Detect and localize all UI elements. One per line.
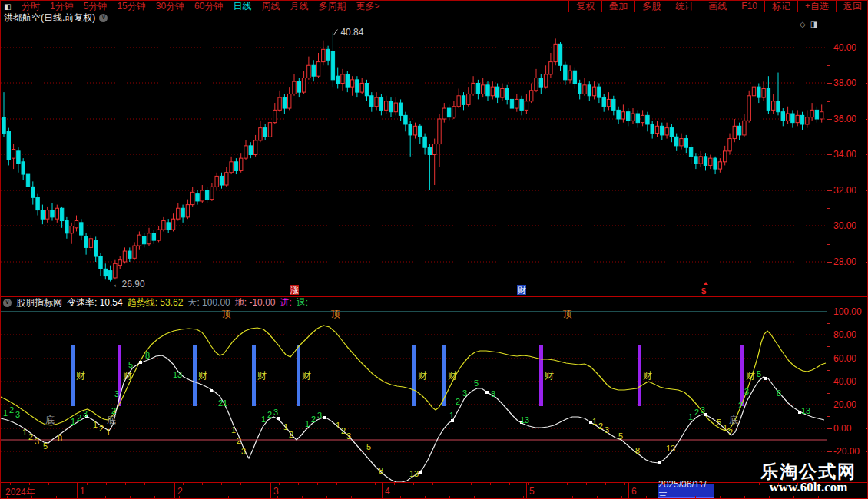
candle-body <box>293 81 296 94</box>
signal-bar-purple <box>539 345 543 406</box>
menu-item-period-8[interactable]: 月线 <box>290 0 308 13</box>
count-label: 5 <box>128 360 133 369</box>
menu-item-tool-0[interactable]: 复权 <box>568 1 601 12</box>
candle-body <box>375 97 378 107</box>
count-label: 8 <box>635 446 640 455</box>
month-separator <box>77 483 78 498</box>
candle-body <box>728 139 731 151</box>
menu-item-period-3[interactable]: 15分钟 <box>117 0 145 13</box>
signal-bar-label: 财 <box>418 370 427 381</box>
candle-body <box>646 115 649 124</box>
candle-body <box>786 114 789 121</box>
count-label: 2 <box>9 405 14 415</box>
candle-body <box>60 208 63 220</box>
count-label: 1 <box>305 419 310 428</box>
count-label: 1 <box>3 408 8 418</box>
candle-body <box>370 96 373 107</box>
menu-item-period-5[interactable]: 60分钟 <box>194 0 223 13</box>
count-label: 3 <box>114 389 119 398</box>
page-title: 洪都航空(日线.前复权) <box>4 12 95 25</box>
candle-body <box>568 71 571 80</box>
scale-tick <box>827 312 832 312</box>
candle-body <box>520 99 523 110</box>
window-split-icon[interactable]: ◧ <box>1 1 15 12</box>
count-label: 1 <box>723 423 727 432</box>
menu-item-tool-6[interactable]: 标记 <box>764 1 797 12</box>
count-label: 13 <box>801 406 810 415</box>
indicator-dropdown-icon[interactable]: ∨ <box>3 299 12 307</box>
candle-body <box>714 158 717 169</box>
scale-tick <box>827 154 832 155</box>
candle-body <box>796 115 799 122</box>
menu-item-tool-7[interactable]: +自选 <box>797 1 836 12</box>
month-label-4: 4 <box>385 486 390 497</box>
candle-body <box>413 126 416 135</box>
candle-body <box>791 114 794 123</box>
candle-body <box>549 62 552 74</box>
candle-body <box>379 97 383 110</box>
candle-body <box>525 101 528 111</box>
count-label: 2 <box>289 430 293 439</box>
pane-icon[interactable]: ◨ <box>810 20 817 28</box>
candle-body <box>89 239 92 248</box>
menu-item-tool-5[interactable]: F10 <box>734 1 764 12</box>
diamond-icon[interactable]: ◇ <box>800 20 806 28</box>
candle-body <box>200 190 204 201</box>
count-label: 8 <box>58 434 62 443</box>
candle-body <box>210 187 214 199</box>
menu-item-tool-4[interactable]: 画线 <box>701 1 734 12</box>
candle-body <box>462 96 465 105</box>
menu-item-tool-3[interactable]: 统计 <box>668 1 701 12</box>
scale-tick-label: 40.00 <box>833 377 856 386</box>
menu-item-period-10[interactable]: 更多> <box>356 0 379 13</box>
candle-body <box>278 97 281 110</box>
month-separator <box>174 483 175 498</box>
menu-item-tool-2[interactable]: 多股 <box>634 1 668 12</box>
candle-body <box>544 74 547 87</box>
signal-bar-label: 财 <box>643 370 652 381</box>
candle-body <box>2 117 5 134</box>
bottom-label: 底 <box>45 415 55 425</box>
event-marker-2: $ <box>701 286 706 296</box>
count-label: 2 <box>28 432 33 441</box>
candle-body <box>704 157 707 166</box>
chart-title-row: 洪都航空(日线.前复权) ∨ <box>1 12 108 23</box>
indicator-chart[interactable]: 财财财财财财财财财财123123581231212358132112312312… <box>1 308 827 482</box>
count-label: 5 <box>757 369 761 378</box>
candle-body <box>515 99 518 108</box>
candle-body <box>592 87 595 96</box>
candle-body <box>442 108 446 119</box>
count-label: 13 <box>409 469 419 478</box>
candle-body <box>476 84 479 94</box>
menu-item-period-4[interactable]: 30分钟 <box>156 0 184 13</box>
watermark: 乐淘公式网 www.60lt.com <box>760 462 856 494</box>
candle-body <box>772 101 775 111</box>
candle-body <box>171 219 174 230</box>
signal-bar-blue <box>412 345 416 406</box>
count-label: 1 <box>688 412 693 421</box>
count-label: 3 <box>241 447 246 456</box>
signal-bar-purple <box>740 345 744 406</box>
candle-body <box>51 210 54 217</box>
candle-body <box>389 101 393 112</box>
menu-item-period-9[interactable]: 多周期 <box>318 0 346 13</box>
candle-body <box>326 49 330 60</box>
candle-body <box>350 80 353 87</box>
indicator-param-6: 退: <box>297 296 308 309</box>
candle-body <box>709 158 712 165</box>
candle-body <box>486 85 489 96</box>
candle-body <box>670 128 673 137</box>
candle-body <box>419 126 422 137</box>
menu-item-period-6[interactable]: 日线 <box>233 0 251 13</box>
candle-body <box>747 96 750 121</box>
candle-body <box>651 124 654 134</box>
title-dropdown-icon[interactable]: ∨ <box>99 14 108 22</box>
candle-body <box>220 176 223 185</box>
candle-body <box>137 235 141 246</box>
menu-item-period-7[interactable]: 周线 <box>261 0 280 13</box>
menu-item-tool-1[interactable]: 叠加 <box>601 1 634 12</box>
candle-body <box>457 96 460 107</box>
menu-item-tool-8[interactable]: 返回 <box>836 1 868 12</box>
candlestick-chart[interactable]: 40.84←26.90涨财$ <box>1 24 827 296</box>
candle-body <box>472 84 475 94</box>
